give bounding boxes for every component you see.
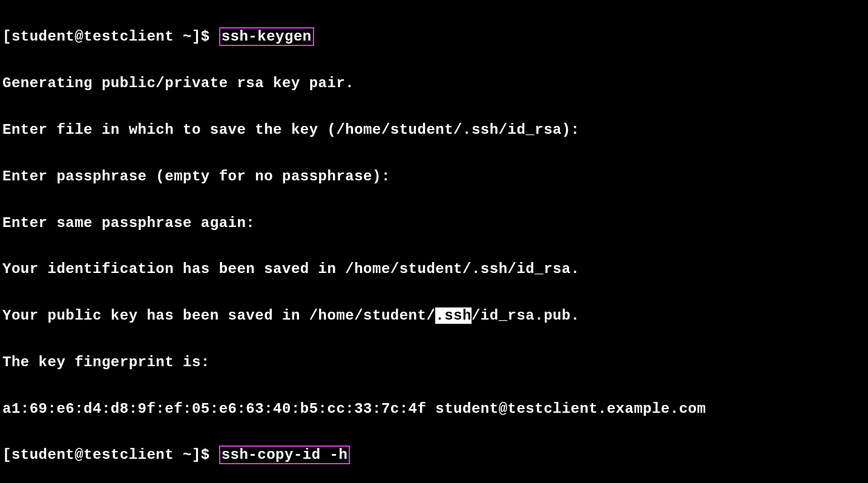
highlighted-text: .ssh xyxy=(435,307,472,324)
terminal[interactable]: [student@testclient ~]$ ssh-keygen Gener… xyxy=(2,2,866,483)
highlight-ssh-keygen: ssh-keygen xyxy=(219,27,314,46)
output-line: Enter file in which to save the key (/ho… xyxy=(2,119,866,142)
prompt-line-2: [student@testclient ~]$ ssh-copy-id -h xyxy=(2,444,866,467)
highlight-ssh-copy-id-h: ssh-copy-id -h xyxy=(219,445,350,464)
output-line: Enter passphrase (empty for no passphras… xyxy=(2,165,866,188)
shell-prompt: [student@testclient ~]$ xyxy=(2,447,219,463)
output-line: Your identification has been saved in /h… xyxy=(2,258,866,281)
shell-prompt: [student@testclient ~]$ xyxy=(2,28,219,45)
output-text: /id_rsa.pub. xyxy=(472,307,580,324)
prompt-line-1: [student@testclient ~]$ ssh-keygen xyxy=(2,25,866,48)
output-text: Your public key has been saved in /home/… xyxy=(2,307,435,324)
output-line: The key fingerprint is: xyxy=(2,351,866,374)
output-line: a1:69:e6:d4:d8:9f:ef:05:e6:63:40:b5:cc:3… xyxy=(2,398,866,421)
output-line: Generating public/private rsa key pair. xyxy=(2,72,866,95)
output-line: Enter same passphrase again: xyxy=(2,212,866,235)
output-line: Your public key has been saved in /home/… xyxy=(2,304,866,327)
